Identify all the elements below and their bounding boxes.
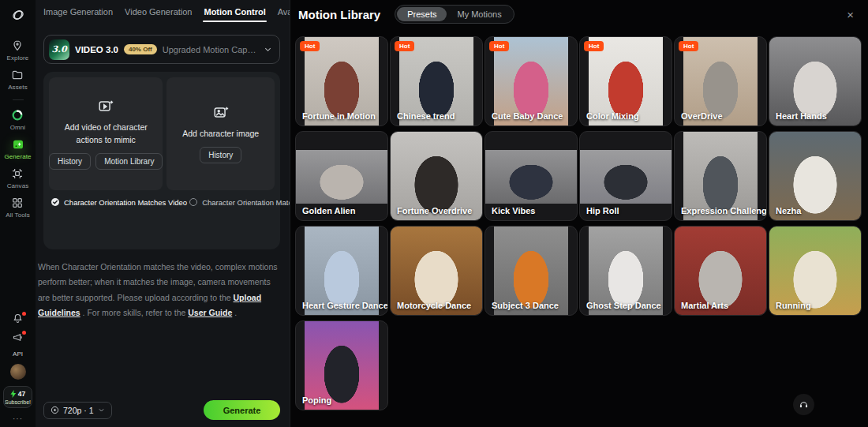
app-logo-icon[interactable] [9, 6, 27, 24]
motion-thumbnail [485, 150, 577, 204]
motion-card-running[interactable]: Running [769, 226, 862, 316]
generate-icon [12, 138, 24, 151]
sidebar-label: Canvas [7, 182, 29, 189]
motion-card-label: Subject 3 Dance [492, 301, 559, 310]
hot-badge: Hot [489, 41, 509, 51]
api-link[interactable]: API [13, 350, 23, 358]
upload-video-title: Add video of character actions to mimic [58, 122, 155, 147]
energy-bolt-icon [10, 390, 17, 398]
motion-card-nezha[interactable]: Nezha [769, 131, 862, 221]
close-icon[interactable]: × [844, 7, 857, 22]
resolution-dropdown[interactable]: 720p · 1 [43, 402, 112, 419]
sidebar-item-canvas[interactable]: Canvas [7, 167, 29, 189]
motion-grid: Hot Fortune in Motion Hot Chinese trend … [290, 28, 868, 410]
radio-orientation-video[interactable]: Character Orientation Matches Video [49, 197, 187, 207]
motion-card-golden-alien[interactable]: Golden Alien [295, 131, 388, 221]
tab-video-generation[interactable]: Video Generation [125, 0, 192, 24]
sidebar-divider [13, 99, 24, 100]
sidebar-item-generate[interactable]: Generate [4, 138, 31, 160]
motion-card-cute-baby-dance[interactable]: Hot Cute Baby Dance [485, 36, 578, 126]
motion-card-overdrive[interactable]: Hot OverDrive [674, 36, 767, 126]
hot-badge: Hot [300, 41, 320, 51]
tab-image-generation[interactable]: Image Generation [43, 0, 113, 24]
model-name: VIDEO 3.0 [75, 45, 118, 54]
sidebar-label: All Tools [6, 212, 30, 219]
announcement-megaphone-icon[interactable] [12, 331, 24, 344]
motion-card-ghost-step-dance[interactable]: Ghost Step Dance [579, 226, 672, 316]
model-selector-dropdown[interactable]: 3.0 VIDEO 3.0 40% Off Upgraded Motion Ca… [43, 35, 280, 64]
user-guide-link[interactable]: User Guide [188, 308, 232, 317]
image-history-button[interactable]: History [200, 147, 241, 163]
motion-card-label: OverDrive [681, 111, 723, 121]
radio-unchecked-icon [189, 197, 198, 207]
library-tabs: Presets My Motions [395, 5, 514, 24]
motion-library-title: Motion Library [298, 8, 380, 21]
notifications-bell-icon[interactable] [12, 313, 24, 325]
motion-card-fortune-overdrive[interactable]: Fortune Overdrive [390, 131, 483, 221]
sidebar-item-explore[interactable]: Explore [7, 39, 29, 62]
explore-pin-icon [11, 39, 24, 52]
support-button[interactable] [793, 394, 814, 415]
tab-presets[interactable]: Presets [397, 7, 447, 21]
motion-library-panel: Motion Library Presets My Motions × Hot … [290, 0, 868, 427]
note-text: . For more skills, refer to the [80, 308, 189, 317]
generate-button[interactable]: Generate [204, 400, 280, 420]
motion-card-expression-challenge[interactable]: Expression Challenge [674, 131, 767, 221]
motion-card-heart-gesture-dance[interactable]: Heart Gesture Dance [295, 226, 388, 316]
more-menu[interactable]: ··· [13, 414, 23, 423]
motion-card-kick-vibes[interactable]: Kick Vibes [485, 131, 578, 221]
note-text: . [232, 308, 237, 317]
motion-card-label: Heart Hands [776, 111, 827, 121]
motion-card-hip-roll[interactable]: Hip Roll [579, 131, 672, 221]
radio-label: Character Orientation Matches Video [64, 198, 187, 207]
headset-icon [799, 399, 809, 410]
sidebar-menu: Explore Assets Omni [4, 39, 31, 219]
sidebar-label: Generate [4, 153, 31, 160]
orientation-options: Character Orientation Matches Video Char… [49, 197, 275, 207]
user-avatar[interactable] [10, 364, 26, 380]
video-history-button[interactable]: History [49, 153, 91, 170]
sidebar-rail: Explore Assets Omni [0, 0, 36, 427]
subscribe-card[interactable]: 47 Subscribe! [3, 386, 32, 408]
credits-count: 47 [18, 390, 25, 398]
discount-badge: 40% Off [124, 44, 157, 54]
sidebar-item-all-tools[interactable]: All Tools [6, 197, 30, 219]
motion-card-chinese-trend[interactable]: Hot Chinese trend [390, 36, 483, 126]
tab-motion-control[interactable]: Motion Control [204, 0, 265, 24]
motion-card-fortune-in-motion[interactable]: Hot Fortune in Motion [295, 36, 388, 126]
motion-library-button[interactable]: Motion Library [95, 153, 163, 170]
upload-image-dropzone[interactable]: Add character image History [166, 77, 275, 190]
sidebar-item-assets[interactable]: Assets [8, 69, 28, 91]
app-window: Explore Assets Omni [0, 0, 868, 427]
motion-card-label: Martial Arts [681, 301, 728, 310]
motion-card-subject-3-dance[interactable]: Subject 3 Dance [485, 226, 578, 316]
generation-panel: Image Generation Video Generation Motion… [36, 0, 290, 427]
sidebar-item-omni[interactable]: Omni [10, 109, 26, 131]
motion-card-label: Kick Vibes [492, 206, 535, 215]
motion-card-heart-hands[interactable]: Heart Hands [769, 36, 862, 126]
tab-my-motions[interactable]: My Motions [447, 7, 511, 21]
radio-checked-icon [51, 197, 60, 207]
hot-badge: Hot [584, 41, 604, 51]
sidebar-bottom: API 47 Subscribe! ··· [3, 313, 32, 427]
motion-card-label: Motorcycle Dance [397, 301, 471, 310]
motion-card-label: Golden Alien [302, 206, 355, 215]
hot-badge: Hot [395, 41, 414, 51]
motion-card-label: Cute Baby Dance [492, 111, 563, 121]
motion-card-poping[interactable]: Poping [295, 320, 388, 410]
canvas-frame-icon [11, 167, 24, 180]
notification-dot [22, 331, 26, 335]
motion-card-label: Fortune Overdrive [397, 206, 472, 215]
grid-icon [11, 197, 24, 209]
add-image-icon [212, 104, 230, 122]
motion-card-color-mixing[interactable]: Hot Color Mixing [579, 36, 672, 126]
motion-card-label: Hip Roll [586, 206, 619, 215]
motion-thumbnail [580, 150, 672, 204]
upload-image-title: Add character image [175, 128, 267, 140]
settings-dial-icon [51, 406, 59, 414]
upload-video-dropzone[interactable]: Add video of character actions to mimic … [49, 77, 163, 190]
top-nav: Image Generation Video Generation Motion… [36, 0, 290, 24]
motion-card-label: Ghost Step Dance [586, 301, 661, 310]
motion-card-martial-arts[interactable]: Martial Arts [674, 226, 767, 316]
motion-card-motorcycle-dance[interactable]: Motorcycle Dance [390, 226, 483, 316]
